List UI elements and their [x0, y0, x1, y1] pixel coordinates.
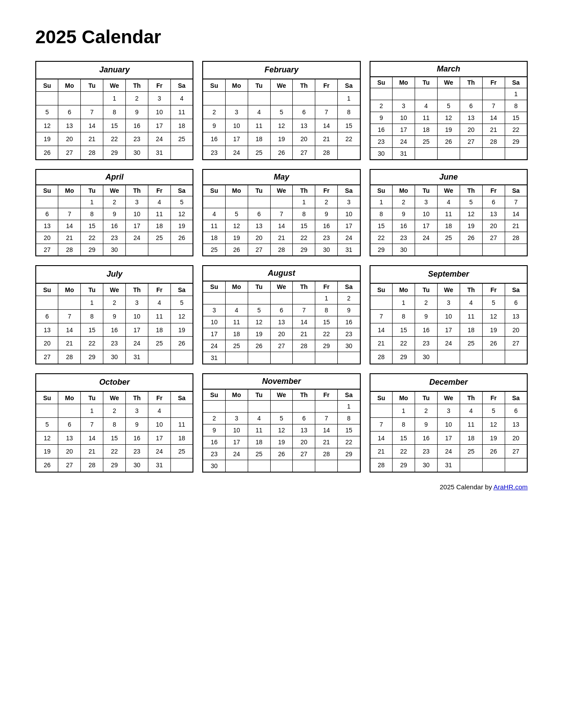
- day-cell: 15: [103, 431, 126, 445]
- day-cell: 22: [103, 132, 126, 146]
- day-cell: 5: [36, 105, 58, 119]
- week-row: 2345678: [203, 413, 360, 424]
- day-cell: 26: [482, 445, 505, 458]
- day-header-th: Th: [126, 283, 148, 296]
- day-cell: 7: [270, 208, 293, 220]
- day-header-we: We: [103, 79, 126, 92]
- day-cell: 9: [370, 112, 393, 124]
- day-cell: 27: [58, 458, 81, 472]
- empty-cell: [437, 88, 460, 100]
- day-cell: 4: [437, 196, 460, 208]
- week-row: 12345: [36, 196, 193, 208]
- day-cell: 6: [482, 196, 505, 208]
- day-cell: 7: [58, 310, 81, 323]
- day-cell: 10: [203, 316, 225, 328]
- day-cell: 19: [270, 132, 293, 146]
- day-cell: 5: [36, 418, 58, 432]
- day-cell: 19: [270, 436, 293, 448]
- day-cell: 22: [338, 132, 360, 146]
- day-cell: 1: [393, 404, 415, 418]
- day-cell: 28: [370, 458, 393, 472]
- day-cell: 11: [148, 310, 170, 323]
- day-cell: 25: [460, 337, 482, 350]
- week-row: 21222324252627: [370, 445, 527, 458]
- day-cell: 7: [482, 100, 505, 112]
- empty-cell: [58, 404, 81, 418]
- day-cell: 27: [460, 136, 482, 148]
- day-cell: 19: [437, 124, 460, 136]
- day-cell: 25: [460, 445, 482, 458]
- day-cell: 1: [81, 404, 103, 418]
- empty-cell: [248, 460, 270, 473]
- day-cell: 2: [103, 196, 126, 208]
- empty-cell: [203, 293, 225, 304]
- day-header-we: We: [437, 391, 460, 404]
- day-cell: 16: [415, 431, 437, 445]
- day-cell: 26: [36, 458, 58, 472]
- day-cell: 18: [460, 323, 482, 337]
- day-cell: 24: [437, 445, 460, 458]
- month-table-june: JuneSuMoTuWeThFrSa1234567891011121314151…: [370, 169, 528, 256]
- week-row: 1234: [36, 92, 193, 105]
- day-cell: 17: [338, 220, 360, 232]
- day-cell: 16: [370, 124, 393, 136]
- empty-cell: [437, 350, 460, 364]
- month-name-march: March: [370, 61, 527, 77]
- day-cell: 3: [338, 196, 360, 208]
- day-cell: 6: [58, 105, 81, 119]
- week-row: 3031: [370, 148, 527, 160]
- day-cell: 8: [393, 418, 415, 432]
- week-row: 14151617181920: [370, 323, 527, 337]
- day-cell: 6: [505, 404, 527, 418]
- day-cell: 27: [505, 337, 527, 350]
- week-row: 123: [203, 196, 360, 208]
- empty-cell: [482, 350, 505, 364]
- day-cell: 3: [148, 92, 170, 105]
- day-cell: 23: [315, 232, 338, 244]
- day-cell: 4: [170, 92, 193, 105]
- day-cell: 30: [126, 146, 148, 160]
- day-header-fr: Fr: [315, 185, 338, 196]
- day-header-mo: Mo: [58, 185, 81, 196]
- day-cell: 9: [415, 418, 437, 432]
- day-header-th: Th: [460, 283, 482, 296]
- day-cell: 29: [393, 458, 415, 472]
- day-header-sa: Sa: [338, 79, 360, 92]
- day-cell: 30: [126, 458, 148, 472]
- day-cell: 5: [437, 100, 460, 112]
- day-header-fr: Fr: [148, 283, 170, 296]
- week-row: 2728293031: [36, 350, 193, 364]
- day-header-tu: Tu: [415, 283, 437, 296]
- day-header-fr: Fr: [148, 391, 170, 404]
- day-header-fr: Fr: [482, 185, 505, 196]
- day-cell: 8: [81, 310, 103, 323]
- footer-link[interactable]: AraHR.com: [493, 483, 528, 491]
- day-cell: 6: [293, 413, 315, 424]
- week-row: 282930: [370, 350, 527, 364]
- day-cell: 12: [36, 119, 58, 132]
- day-cell: 24: [393, 136, 415, 148]
- day-header-tu: Tu: [81, 185, 103, 196]
- day-cell: 27: [248, 244, 270, 256]
- day-cell: 2: [126, 92, 148, 105]
- day-header-tu: Tu: [248, 79, 270, 92]
- week-row: 123456: [370, 404, 527, 418]
- day-cell: 11: [170, 418, 193, 432]
- day-cell: 3: [225, 413, 248, 424]
- day-cell: 24: [415, 232, 437, 244]
- day-cell: 30: [338, 340, 360, 352]
- day-header-mo: Mo: [393, 283, 415, 296]
- empty-cell: [460, 350, 482, 364]
- day-cell: 13: [36, 220, 58, 232]
- day-cell: 4: [148, 296, 170, 310]
- day-cell: 1: [338, 92, 360, 105]
- day-cell: 27: [36, 350, 58, 364]
- day-header-su: Su: [36, 79, 58, 92]
- day-cell: 8: [315, 304, 338, 316]
- week-row: 31: [203, 352, 360, 364]
- day-header-mo: Mo: [393, 185, 415, 196]
- day-cell: 9: [203, 424, 225, 436]
- day-cell: 12: [170, 310, 193, 323]
- day-cell: 2: [103, 404, 126, 418]
- day-cell: 20: [58, 445, 81, 458]
